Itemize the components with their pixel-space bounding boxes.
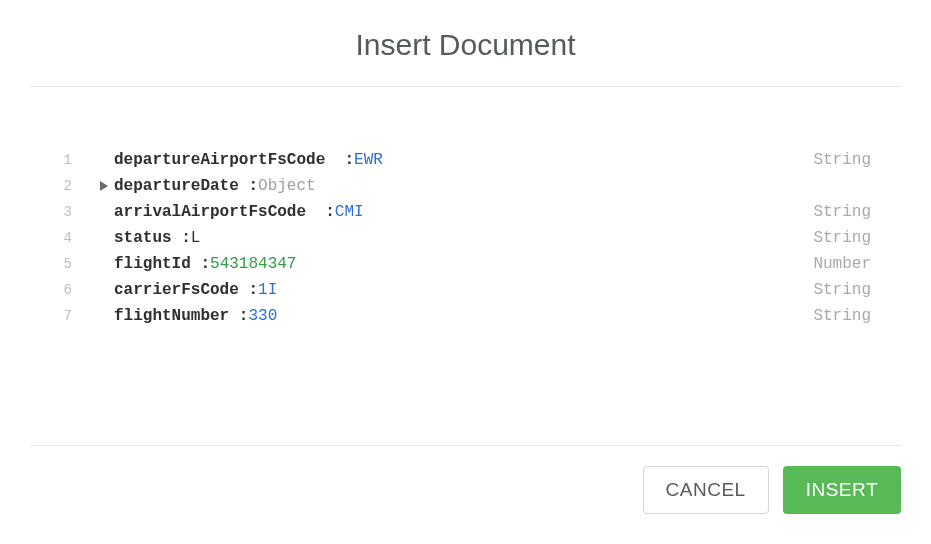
insert-button[interactable]: INSERT <box>783 466 901 514</box>
line-number: 1 <box>50 147 72 173</box>
field-gap <box>335 147 345 173</box>
field-value[interactable]: EWR <box>354 147 383 173</box>
field-key[interactable]: flightId <box>114 251 200 277</box>
cancel-button[interactable]: CANCEL <box>643 466 769 514</box>
field-value[interactable]: CMI <box>335 199 364 225</box>
field-key[interactable]: status <box>114 225 181 251</box>
field-key[interactable]: departureDate <box>114 173 248 199</box>
field-key[interactable]: arrivalAirportFsCode <box>114 199 316 225</box>
field-gap <box>316 199 326 225</box>
document-editor[interactable]: 1departureAirportFsCode :EWRString2depar… <box>0 87 931 445</box>
line-number: 5 <box>50 251 72 277</box>
field-colon: : <box>200 251 210 277</box>
field-colon: : <box>248 173 258 199</box>
field-row[interactable]: 1departureAirportFsCode :EWRString <box>50 147 871 173</box>
field-colon: : <box>325 199 335 225</box>
field-key[interactable]: carrierFsCode <box>114 277 248 303</box>
field-row[interactable]: 3arrivalAirportFsCode :CMIString <box>50 199 871 225</box>
line-number: 7 <box>50 303 72 329</box>
field-row[interactable]: 2departureDate :Object <box>50 173 871 199</box>
line-number: 3 <box>50 199 72 225</box>
expand-caret-icon[interactable] <box>100 181 114 191</box>
field-value[interactable]: 543184347 <box>210 251 296 277</box>
field-type[interactable]: String <box>813 147 871 173</box>
field-type[interactable]: String <box>813 303 871 329</box>
field-key[interactable]: flightNumber <box>114 303 239 329</box>
field-value[interactable]: 330 <box>248 303 277 329</box>
field-type[interactable]: String <box>813 277 871 303</box>
field-type[interactable]: Number <box>813 251 871 277</box>
dialog-title: Insert Document <box>0 0 931 86</box>
field-colon: : <box>239 303 249 329</box>
field-row[interactable]: 4status :LString <box>50 225 871 251</box>
field-row[interactable]: 5flightId :543184347Number <box>50 251 871 277</box>
field-type[interactable]: String <box>813 225 871 251</box>
line-number: 2 <box>50 173 72 199</box>
field-value[interactable]: 1I <box>258 277 277 303</box>
field-row[interactable]: 6carrierFsCode :1IString <box>50 277 871 303</box>
field-value[interactable]: Object <box>258 173 316 199</box>
field-row[interactable]: 7flightNumber :330String <box>50 303 871 329</box>
line-number: 4 <box>50 225 72 251</box>
insert-document-dialog: Insert Document 1departureAirportFsCode … <box>0 0 931 544</box>
field-colon: : <box>344 147 354 173</box>
svg-marker-0 <box>100 181 108 191</box>
line-number: 6 <box>50 277 72 303</box>
field-value[interactable]: L <box>191 225 201 251</box>
field-colon: : <box>181 225 191 251</box>
field-colon: : <box>248 277 258 303</box>
dialog-footer: CANCEL INSERT <box>0 446 931 544</box>
field-key[interactable]: departureAirportFsCode <box>114 147 335 173</box>
field-type[interactable]: String <box>813 199 871 225</box>
